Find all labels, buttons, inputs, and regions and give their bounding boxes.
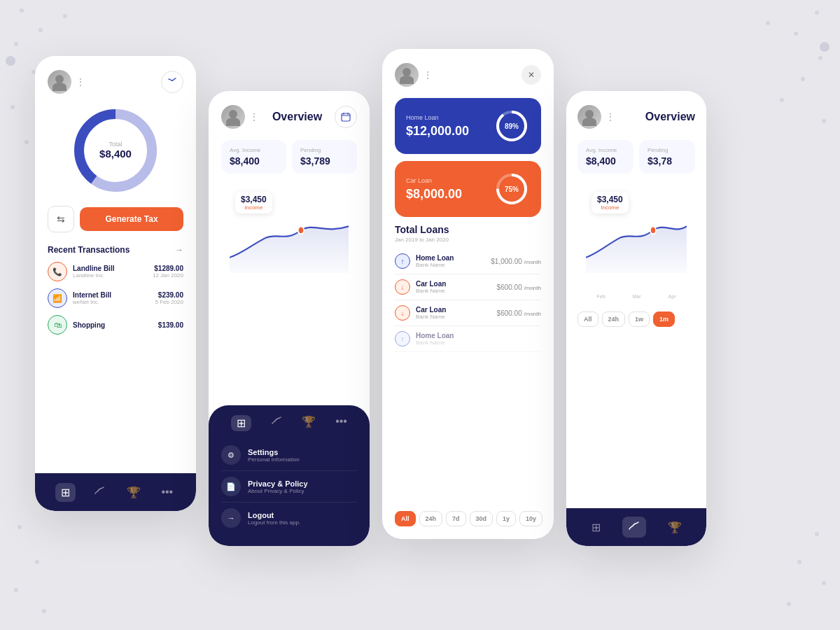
- nav-trophy-icon[interactable]: 🏆: [124, 483, 144, 502]
- chart-bubble: $3,450 Income: [592, 192, 629, 214]
- shopping-icon: 🛍: [48, 315, 67, 335]
- home-loan-amount: $12,000.00: [406, 124, 469, 139]
- logout-title: Logout: [248, 511, 300, 519]
- privacy-title: Privacy & Policy: [248, 479, 308, 488]
- transactions-more-icon[interactable]: →: [175, 245, 183, 255]
- pending-label: Pending: [300, 147, 349, 153]
- avatar: [221, 105, 245, 129]
- avatar-row: ⋮: [395, 63, 433, 87]
- menu-text: Logout Logout from this app.: [248, 511, 300, 526]
- total-amount: $8,400: [99, 148, 132, 160]
- filter-1y[interactable]: 1y: [496, 511, 516, 526]
- menu-logout[interactable]: → Logout Logout from this app.: [221, 503, 357, 533]
- txn-sub: Landline Inc.: [73, 272, 147, 279]
- settings-icon: ⚙: [221, 445, 241, 465]
- chart-amount: $3,450: [241, 195, 267, 204]
- loan-list: ↑ Home Loan Bank Name $1,000.00 /month ↓…: [395, 248, 541, 352]
- car-loan-pct: 75%: [505, 186, 519, 193]
- nav-more-icon[interactable]: •••: [335, 415, 347, 431]
- avg-income-value: $8,400: [586, 155, 625, 167]
- chart-area: $3,450 Income: [578, 181, 695, 293]
- logout-sub: Logout from this app.: [248, 519, 300, 526]
- txn-amount: $239.00: [155, 291, 183, 299]
- menu-privacy[interactable]: 📄 Privacy & Policy About Privacy & Polic…: [221, 471, 357, 503]
- list-item: ↑ Home Loan Bank Name $1,000.00 /month: [395, 248, 541, 274]
- x-label-apr: Apr: [668, 294, 676, 299]
- screen-loans: ⋮ ✕ Home Loan $12,000.00 89% Car Loan $8: [382, 49, 554, 539]
- nav-home-icon[interactable]: ⊞: [55, 483, 76, 502]
- down-arrow-icon: ↓: [395, 279, 410, 295]
- nav-chart-icon[interactable]: [622, 517, 646, 538]
- screen-overview-menu: ⋮ Overview Avg. Income $8,400 Pending $3…: [209, 91, 370, 546]
- dots-menu-icon[interactable]: ⋮: [249, 111, 260, 122]
- menu-text: Privacy & Policy About Privacy & Policy: [248, 479, 308, 494]
- filter-30d[interactable]: 30d: [470, 511, 493, 526]
- svg-point-0: [172, 80, 173, 81]
- filter-10y[interactable]: 10y: [519, 511, 542, 526]
- filter-24h[interactable]: 24h: [602, 312, 626, 327]
- calendar-icon[interactable]: [335, 106, 357, 128]
- home-loan-progress: 89%: [493, 108, 530, 144]
- nav-trophy-icon[interactable]: 🏆: [665, 518, 685, 537]
- avatar-row: ⋮: [221, 105, 260, 129]
- txn-amount: $1289.00: [153, 265, 183, 272]
- donut-chart-container: Total $8,400: [48, 105, 183, 196]
- list-item: ↓ Car Loan Bank Name $600.00 /month: [395, 274, 541, 300]
- loan-amount: $600.00 /month: [497, 284, 541, 291]
- filter-24h[interactable]: 24h: [419, 511, 443, 526]
- pending-label: Pending: [648, 147, 687, 153]
- dots-menu-icon[interactable]: ⋮: [76, 76, 86, 88]
- txn-sub: weNet Inc.: [73, 299, 150, 305]
- nav-trophy-icon[interactable]: 🏆: [302, 415, 316, 431]
- filter-row: All 24h 7d 30d 1y 10y: [395, 503, 541, 533]
- action-row: ⇆ Generate Tax: [48, 206, 183, 232]
- generate-tax-button[interactable]: Generate Tax: [80, 207, 183, 231]
- loan-bank: Bank Name: [416, 288, 491, 294]
- screen4-header: ⋮ Overview: [578, 105, 695, 129]
- screen-overview-partial: ⋮ Overview Avg. Income $8,400 Pending $3…: [566, 91, 706, 546]
- chart-icon[interactable]: [161, 71, 183, 93]
- x-label-mar: Mar: [633, 294, 641, 299]
- transfer-icon-button[interactable]: ⇆: [48, 206, 74, 232]
- txn-info: Landline Bill Landline Inc.: [73, 265, 147, 279]
- nav-chart-icon[interactable]: [271, 415, 282, 431]
- car-loan-info: Car Loan $8,000.00: [406, 177, 462, 202]
- privacy-sub: About Privacy & Policy: [248, 488, 308, 494]
- filter-all[interactable]: All: [578, 312, 598, 327]
- total-text: Total: [99, 141, 132, 148]
- privacy-icon: 📄: [221, 477, 241, 496]
- nav-home-icon[interactable]: ⊞: [589, 518, 603, 537]
- loan-name: Car Loan: [416, 280, 491, 288]
- close-button[interactable]: ✕: [522, 65, 541, 85]
- nav-grid-icon[interactable]: ⊞: [231, 415, 251, 431]
- car-loan-card: Car Loan $8,000.00 75%: [395, 161, 541, 217]
- avg-income-card: Avg. Income $8,400: [578, 140, 634, 174]
- filter-all[interactable]: All: [395, 511, 416, 526]
- up-arrow-icon: ↑: [395, 331, 410, 346]
- txn-amount-col: $139.00: [158, 321, 183, 329]
- txn-amount-col: $1289.00 12 Jan 2020: [153, 265, 183, 279]
- txn-date: 12 Jan 2020: [153, 272, 183, 279]
- loan-name: Home Loan: [416, 254, 485, 262]
- loan-item-info: Home Loan Bank Name: [416, 332, 536, 346]
- dark-nav: ⊞ 🏆 •••: [221, 415, 357, 431]
- screen3-header: ⋮ ✕: [395, 63, 541, 87]
- menu-settings[interactable]: ⚙ Settings Personal Information: [221, 440, 357, 471]
- home-loan-card: Home Loan $12,000.00 89%: [395, 98, 541, 154]
- txn-info: Internet Bill weNet Inc.: [73, 291, 150, 305]
- screen1-header: ⋮: [48, 70, 183, 94]
- nav-chart-icon[interactable]: [90, 482, 108, 503]
- line-chart-svg: [230, 203, 349, 273]
- car-loan-label: Car Loan: [406, 177, 462, 184]
- dots-menu-icon[interactable]: ⋮: [423, 69, 433, 80]
- filter-1w[interactable]: 1w: [629, 312, 650, 327]
- filter-1m[interactable]: 1m: [653, 312, 675, 327]
- dots-menu-icon[interactable]: ⋮: [606, 111, 616, 122]
- wifi-icon: 📶: [48, 288, 67, 308]
- nav-more-icon[interactable]: •••: [158, 483, 176, 501]
- overview-title: Overview: [645, 111, 695, 123]
- filter-7d[interactable]: 7d: [446, 511, 466, 526]
- bottom-nav: ⊞ 🏆: [566, 508, 706, 546]
- chart-amount: $3,450: [597, 195, 623, 204]
- loan-item-info: Home Loan Bank Name: [416, 254, 485, 268]
